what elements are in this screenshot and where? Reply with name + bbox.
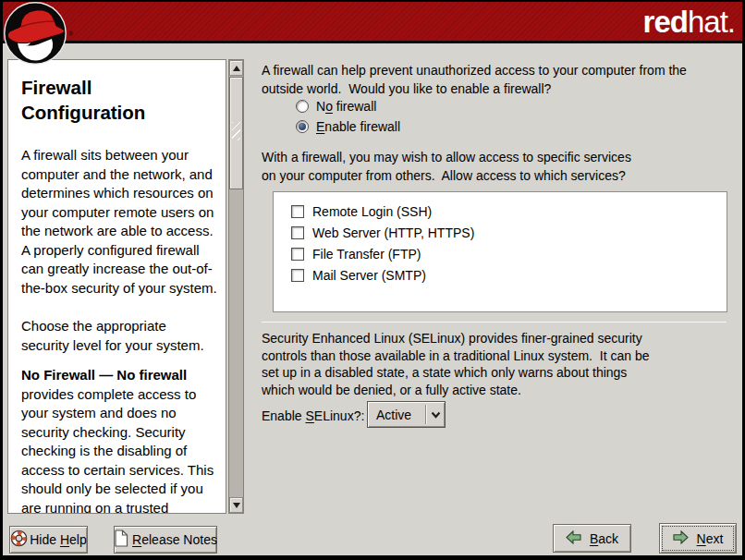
button-label: Back [590, 531, 618, 546]
radio-icon[interactable] [296, 120, 309, 133]
checkbox-icon[interactable] [291, 226, 304, 239]
service-checkbox-row[interactable]: File Transfer (FTP) [291, 243, 727, 264]
button-label: Hide Help [30, 532, 87, 547]
scrollbar-thumb[interactable] [229, 77, 243, 189]
help-paragraph: A firewall sits between your computer an… [21, 146, 220, 298]
radio-enable-firewall[interactable]: Enable firewall [296, 118, 400, 135]
service-label: Remote Login (SSH) [312, 204, 432, 219]
help-title: Firewall Configuration [21, 75, 220, 125]
arrow-up-icon [233, 66, 240, 71]
checkbox-icon[interactable] [291, 269, 304, 282]
radio-label: Enable firewall [316, 119, 400, 134]
service-checkbox-row[interactable]: Mail Server (SMTP) [291, 264, 727, 286]
next-button[interactable]: Next [659, 523, 737, 554]
services-question-text: With a firewall, you may wish to allow a… [262, 148, 631, 185]
scrollbar-up-button[interactable] [229, 60, 243, 76]
service-checkbox-row[interactable]: Remote Login (SSH) [291, 201, 727, 222]
registered-trademark: ® [68, 30, 73, 37]
hide-help-button[interactable]: Hide Help [9, 526, 88, 554]
button-label: Next [697, 531, 724, 546]
checkbox-icon[interactable] [291, 205, 304, 218]
selinux-dropdown[interactable]: Active [367, 401, 446, 428]
arrow-left-icon [566, 530, 581, 547]
scrollbar-down-button[interactable] [229, 497, 243, 513]
arrow-right-icon [673, 530, 689, 547]
radio-icon[interactable] [296, 100, 309, 113]
checkbox-icon[interactable] [291, 248, 304, 261]
document-icon [114, 530, 128, 550]
redhat-shadowman-icon [3, 1, 67, 66]
services-list: Remote Login (SSH) Web Server (HTTP, HTT… [273, 191, 727, 312]
section-separator [262, 322, 727, 323]
radio-label: No firewall [316, 99, 376, 114]
life-ring-icon [10, 530, 28, 550]
redhat-wordmark: redhat. [643, 4, 735, 41]
chevron-down-icon [427, 411, 445, 419]
button-label: Release Notes [132, 532, 217, 547]
help-scrollbar-track[interactable] [228, 59, 244, 514]
header-banner [0, 0, 745, 43]
help-panel: Firewall Configuration A firewall sits b… [7, 59, 226, 514]
arrow-down-icon [233, 503, 240, 508]
radio-no-firewall[interactable]: No firewall [296, 98, 376, 115]
back-button[interactable]: Back [553, 524, 631, 553]
service-label: Mail Server (SMTP) [312, 268, 426, 283]
release-notes-button[interactable]: Release Notes [114, 526, 217, 554]
service-checkbox-row[interactable]: Web Server (HTTP, HTTPS) [291, 222, 727, 243]
help-paragraph: Choose the appropriate security level fo… [21, 317, 220, 355]
selinux-description: Security Enhanced Linux (SELinux) provid… [262, 330, 649, 398]
help-paragraph: No Firewall — No firewall provides compl… [21, 366, 220, 514]
service-label: Web Server (HTTP, HTTPS) [312, 225, 474, 240]
service-label: File Transfer (FTP) [312, 247, 421, 262]
installer-window: ® redhat. Firewall Configuration A firew… [0, 0, 745, 560]
firewall-question-text: A firewall can help prevent unauthorized… [262, 61, 687, 98]
enable-selinux-label: Enable SELinux?: [262, 408, 364, 423]
selinux-dropdown-value: Active [368, 408, 425, 422]
